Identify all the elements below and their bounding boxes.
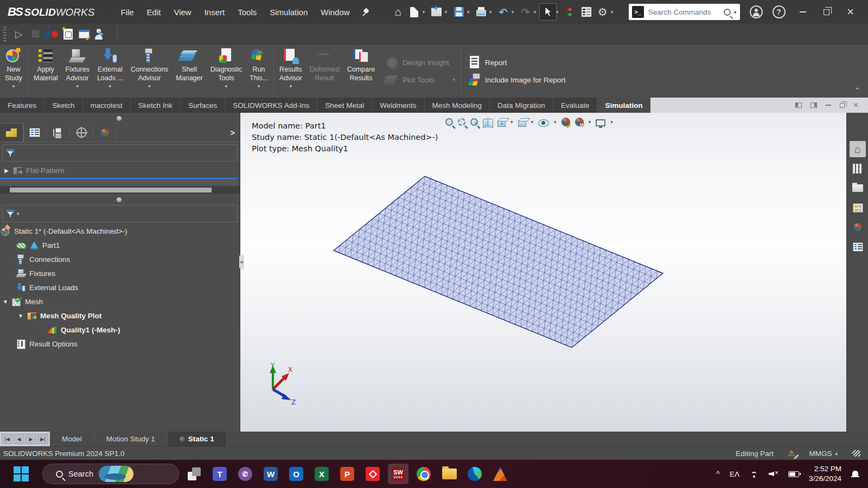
tree-item-quality1[interactable]: Quality1 (-Mesh-) <box>48 323 120 336</box>
tab-surfaces[interactable]: Surfaces <box>181 98 225 113</box>
connections-advisor-button[interactable]: ConnectionsAdvisor ▾ <box>127 46 173 97</box>
menu-tools[interactable]: Tools <box>231 5 263 19</box>
external-loads-advisor-button[interactable]: ExternalLoads ... ▾ <box>93 46 127 97</box>
menu-insert[interactable]: Insert <box>198 5 232 19</box>
first-tab-button[interactable]: |◀ <box>2 434 12 444</box>
command-search-box[interactable]: >_ ▾ <box>629 4 740 20</box>
tab-features[interactable]: Features <box>0 98 44 113</box>
new-document-button[interactable] <box>406 4 423 20</box>
report-button[interactable]: Report <box>468 56 566 69</box>
document-close-icon[interactable]: × <box>853 101 858 110</box>
start-button[interactable] <box>12 465 30 483</box>
tags-icon[interactable] <box>852 450 860 457</box>
next-tab-button[interactable]: ▶ <box>25 434 36 444</box>
tab-macrotest[interactable]: macrotest <box>83 98 131 113</box>
options-list-button[interactable] <box>578 4 595 20</box>
file-explorer-button[interactable] <box>439 464 459 484</box>
custom-properties-button[interactable] <box>850 239 866 255</box>
teams-app-button[interactable]: T <box>209 464 230 484</box>
last-tab-button[interactable]: ▶| <box>37 434 48 444</box>
diagnostic-tools-button[interactable]: DiagnosticTools ▾ <box>207 46 246 97</box>
tab-evaluate[interactable]: Evaluate <box>553 98 598 113</box>
account-button[interactable] <box>750 5 763 18</box>
dropdown-caret[interactable]: ▾ <box>109 84 112 89</box>
excel-app-button[interactable]: X <box>311 464 332 484</box>
design-library-button[interactable] <box>850 160 866 177</box>
language-indicator[interactable]: EΛ <box>730 470 739 478</box>
rebuild-warning-icon[interactable]: ⚠ <box>788 448 795 458</box>
dropdown-caret[interactable]: ▾ <box>148 84 151 89</box>
home-button[interactable]: ⌂ <box>390 4 406 20</box>
new-study-button[interactable]: NewStudy ▾ <box>1 46 26 97</box>
dropdown-caret[interactable]: ▾ <box>76 84 79 89</box>
record-pause-macro-button[interactable] <box>43 27 60 42</box>
task-pane-home-button[interactable]: ⌂ <box>850 141 866 157</box>
apply-material-button[interactable]: ApplyMaterial <box>30 46 61 97</box>
include-image-for-report-button[interactable]: Include Image for Report <box>468 73 566 86</box>
pin-menu-icon[interactable] <box>362 8 369 16</box>
tab-simulation[interactable]: Simulation <box>597 98 650 113</box>
open-dropdown-caret[interactable]: ▾ <box>445 9 449 15</box>
open-button[interactable] <box>429 4 445 20</box>
search-input[interactable] <box>648 8 724 16</box>
tab-mesh-modeling[interactable]: Mesh Modeling <box>425 98 490 113</box>
edit-macro-button[interactable] <box>76 27 92 42</box>
options-dropdown-caret[interactable]: ▾ <box>611 9 615 15</box>
volume-muted-icon[interactable] <box>769 470 778 478</box>
expander-icon[interactable]: ▼ <box>2 299 9 305</box>
custom-macro-button[interactable] <box>92 27 108 42</box>
task-view-button[interactable] <box>184 464 205 484</box>
outlook-app-button[interactable]: O <box>286 464 307 484</box>
next-pane-icon[interactable] <box>810 102 817 108</box>
dimxpert-manager-tab[interactable] <box>70 124 93 142</box>
tray-overflow-chevron[interactable]: ^ <box>716 470 720 478</box>
feature-filter-box[interactable] <box>2 144 238 162</box>
tab-data-migration[interactable]: Data Migration <box>490 98 553 113</box>
property-manager-tab[interactable] <box>23 124 47 142</box>
display-manager-tab[interactable] <box>93 124 117 142</box>
menu-window[interactable]: Window <box>314 5 356 19</box>
print-button[interactable] <box>473 4 489 20</box>
shell-manager-button[interactable]: ShellManager <box>172 46 206 97</box>
run-macro-button[interactable]: ▷ <box>11 27 27 42</box>
feature-manager-tab[interactable] <box>0 124 23 142</box>
file-explorer-button[interactable] <box>850 180 866 196</box>
viber-app-button[interactable]: ✆ <box>235 464 256 484</box>
tree-item-result-options[interactable]: Result Options <box>16 337 78 350</box>
solidworks-app-button[interactable]: SW2024 <box>388 464 409 484</box>
menu-view[interactable]: View <box>167 5 197 19</box>
tree-item-fixtures[interactable]: Fixtures <box>16 267 55 280</box>
search-dropdown-caret[interactable]: ▾ <box>734 9 737 15</box>
tab-sheet-metal[interactable]: Sheet Metal <box>317 98 372 113</box>
mesh-quality-plot-model[interactable] <box>240 113 846 432</box>
tree-item-static-study[interactable]: Static 1* (-Default<As Machined>-) <box>1 224 127 237</box>
tree-item-part1[interactable]: Part1 <box>16 239 60 252</box>
appearances-button[interactable] <box>850 219 866 235</box>
undo-button[interactable]: ↶ <box>495 4 512 20</box>
tree-item-flat-pattern[interactable]: ▶ Flat-Pattern <box>3 164 65 177</box>
motion-study-1-tab[interactable]: Motion Study 1 <box>94 432 168 446</box>
wifi-icon[interactable] <box>749 470 759 478</box>
dropdown-caret[interactable]: ▾ <box>290 84 292 89</box>
tree-item-external-loads[interactable]: External Loads <box>16 281 78 294</box>
view-palette-button[interactable] <box>850 200 866 216</box>
static-1-tab[interactable]: Static 1 <box>168 432 227 446</box>
feature-tree-hscrollbar[interactable] <box>0 187 240 194</box>
graphics-viewport[interactable]: Model name: Part1 Study name: Static 1(-… <box>240 113 846 432</box>
tree-item-connections[interactable]: Connections <box>16 253 70 266</box>
unit-system-selector[interactable]: MMGS ▴ <box>809 450 838 458</box>
display-states-button[interactable] <box>562 4 578 20</box>
redo-button[interactable]: ↷ <box>518 4 534 20</box>
red-diamond-app-button[interactable] <box>362 464 383 484</box>
dropdown-caret[interactable]: ▾ <box>12 84 15 89</box>
model-tab[interactable]: Model <box>50 432 94 446</box>
matlab-app-button[interactable] <box>490 464 510 484</box>
search-highlight-image[interactable] <box>99 466 133 482</box>
search-icon[interactable] <box>724 9 731 16</box>
menu-edit[interactable]: Edit <box>141 5 168 19</box>
tab-sketch-ink[interactable]: Sketch Ink <box>131 98 181 113</box>
panel-expand-chevron[interactable]: > <box>230 124 240 142</box>
document-restore-icon[interactable] <box>840 103 845 108</box>
panel-splitter-dot[interactable] <box>117 116 122 121</box>
dropdown-caret[interactable]: ▾ <box>225 84 228 89</box>
